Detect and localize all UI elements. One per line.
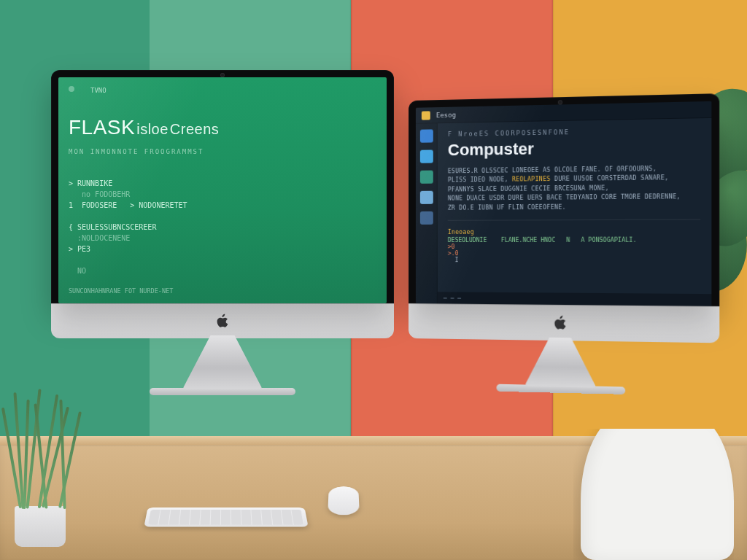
text: DURE UUSOE CORSTEROAD SANARE, <box>551 175 669 183</box>
terminal-footer: SUNCONHAHNRANE FOT NURDE-NET <box>69 287 376 296</box>
chair <box>573 429 734 560</box>
ide-activity-bar <box>416 123 438 303</box>
terminal-title-tail: Creens <box>170 121 219 137</box>
left-monitor-bezel: TVNO FLASKisloeCreens MON INMONNOTE FROO… <box>51 70 394 303</box>
divider <box>448 219 700 220</box>
keyboard <box>144 508 308 526</box>
code-line: I <box>448 257 700 264</box>
chair-back <box>581 429 734 560</box>
activity-icon[interactable] <box>419 171 433 184</box>
keyword-text: REOLAPINES <box>512 176 551 183</box>
terminal-meta-line: MON INMONNOTE FROOGRAMMST <box>69 147 376 158</box>
ide-app: Eesog F NroeES COORPOSESNFONE Compuster … <box>416 101 711 306</box>
plant-pot <box>15 506 66 547</box>
terminal-footer-left: SUNCONHAHNRANE FOT NURDE-NET <box>69 287 173 296</box>
terminal-menubar: TVNO <box>69 86 376 96</box>
window-dot-icon <box>69 86 74 92</box>
code-line: 1 FODOSERE > NODONERETET <box>69 201 187 209</box>
ide-section-label: Ineoaeg <box>448 228 700 237</box>
activity-icon[interactable] <box>419 211 433 225</box>
activity-icon[interactable] <box>419 129 433 142</box>
ide-paragraph: NONE DUACE USDR DURE UERS BACE TEDYANIO … <box>448 192 700 203</box>
left-monitor: TVNO FLASKisloeCreens MON INMONNOTE FROO… <box>51 70 394 395</box>
ide-breadcrumb: F NroeES COORPOSESNFONE <box>448 126 700 138</box>
right-screen: Eesog F NroeES COORPOSESNFONE Compuster … <box>416 101 711 306</box>
terminal-title: FLASKisloeCreens <box>69 112 376 143</box>
terminal-menubar-label: TVNO <box>90 86 107 96</box>
apple-logo-icon <box>215 313 230 330</box>
ide-paragraph: ZR DO.E IUBN UF FLIN COEEOFENE. <box>448 202 700 213</box>
code-line: no FODOBEHR <box>69 190 130 198</box>
code-line: DESEOLUDNIE FLANE.NCHE HNOC N A PONSOGAP… <box>448 237 700 244</box>
code-line: NO <box>69 267 86 275</box>
text: PLISS IDEO NODE, <box>448 176 512 184</box>
terminal-app: TVNO FLASKisloeCreens MON INMONNOTE FROO… <box>58 77 387 303</box>
plant-leaves <box>1 392 82 509</box>
code-line: { SEULESSUBNCSCEREER <box>69 223 156 231</box>
activity-icon[interactable] <box>419 149 433 163</box>
terminal-lower-code: > NECOPARN HENI TNIPE P > MODOPEMORNBRET… <box>69 300 376 303</box>
right-monitor-bezel: Eesog F NroeES COORPOSESNFONE Compuster … <box>409 93 719 306</box>
code-line: > PE3 <box>69 245 90 253</box>
activity-icon[interactable] <box>419 191 433 204</box>
plant-left <box>1 394 82 547</box>
code-line: >0 <box>448 244 700 250</box>
code-line: :NOLDOCENENE <box>69 234 130 242</box>
left-monitor-chin <box>51 303 394 338</box>
ide-heading: Compuster <box>448 136 700 160</box>
terminal-title-mid: isloe <box>136 121 169 137</box>
ide-tab-label[interactable]: Eesog <box>436 111 456 119</box>
right-monitor: Eesog F NroeES COORPOSESNFONE Compuster … <box>409 93 719 397</box>
monitor-stand <box>182 335 263 389</box>
ide-editor: F NroeES COORPOSESNFONE Compuster ESURES… <box>438 118 712 306</box>
right-monitor-chin <box>409 303 719 343</box>
terminal-code: > RUNNBIKE no FODOBEHR 1 FODOSERE > NODO… <box>69 167 376 287</box>
file-icon <box>422 111 430 120</box>
mouse <box>328 486 360 515</box>
apple-logo-icon <box>553 314 568 332</box>
left-screen: TVNO FLASKisloeCreens MON INMONNOTE FROO… <box>58 77 387 303</box>
terminal-title-main: FLASK <box>69 116 135 139</box>
monitor-stand <box>525 337 597 387</box>
code-line: > RUNNBIKE <box>69 179 112 187</box>
